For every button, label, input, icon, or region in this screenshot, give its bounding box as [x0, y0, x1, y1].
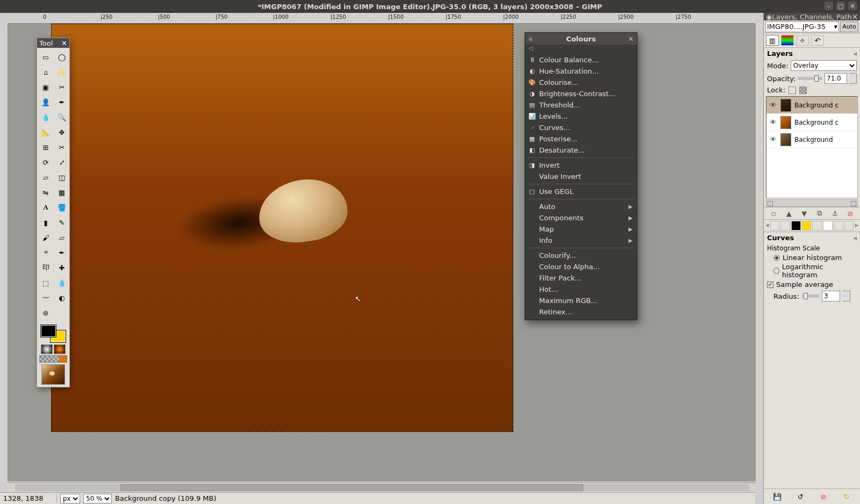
- tool-airbrush[interactable]: ༄: [38, 246, 53, 260]
- lower-layer-icon[interactable]: ▼: [799, 208, 809, 218]
- lock-alpha[interactable]: [799, 87, 807, 94]
- tool-wand[interactable]: ✨: [54, 65, 69, 79]
- menu-filter-pack[interactable]: Filter Pack...: [525, 272, 637, 284]
- tool-foreground-select[interactable]: 👤: [38, 95, 53, 109]
- tool-eraser[interactable]: ▱: [54, 231, 69, 244]
- menu-maximum-rgb[interactable]: Maximum RGB...: [525, 295, 637, 306]
- new-layer-icon[interactable]: ▫: [769, 208, 778, 218]
- tool-smudge[interactable]: 〰: [38, 291, 53, 305]
- pattern-preview[interactable]: [54, 344, 66, 354]
- tab-patterns[interactable]: [834, 221, 843, 231]
- menu-posterise[interactable]: ▦Posterise...: [525, 133, 637, 145]
- layers-menu-icon[interactable]: ◂: [853, 49, 857, 57]
- save-preset-icon[interactable]: 💾: [772, 491, 783, 502]
- menu-brightness-contrast[interactable]: ◑Brightness-Contrast...: [525, 88, 637, 99]
- tool-zoom[interactable]: 🔍: [54, 110, 69, 124]
- zoom-select[interactable]: 50 %: [83, 494, 112, 503]
- restore-preset-icon[interactable]: ↺: [795, 491, 806, 502]
- tab-gradients[interactable]: [844, 221, 854, 231]
- tab-channels[interactable]: [781, 35, 794, 46]
- radius-input[interactable]: [822, 291, 840, 301]
- tool-measure[interactable]: 📐: [38, 125, 53, 139]
- tool-text[interactable]: A: [38, 200, 53, 214]
- colours-menu[interactable]: ◉ Colours ✕ ◁ 🎚Colour Balance...◐Hue-Sat…: [525, 32, 637, 320]
- tool-ink[interactable]: ✒: [54, 246, 69, 260]
- vertical-scrollbar[interactable]: [755, 24, 763, 481]
- tool-move[interactable]: ✥: [54, 125, 69, 139]
- layer-item[interactable]: 👁Background c: [766, 114, 857, 131]
- menu-colour-balance[interactable]: 🎚Colour Balance...: [525, 54, 637, 66]
- layer-name[interactable]: Background c: [794, 119, 838, 126]
- tool-bucket[interactable]: 🪣: [54, 200, 69, 214]
- dock-titlebar[interactable]: ◉ Layers, Channels, Path ✕: [764, 13, 860, 20]
- image-selector[interactable]: IMGP80....JPG-35▾: [765, 21, 839, 32]
- layer-thumbnail[interactable]: [780, 116, 791, 129]
- color-swatches[interactable]: [40, 324, 67, 343]
- radio-linear[interactable]: [773, 255, 780, 261]
- tab-bg[interactable]: [802, 221, 812, 231]
- minimize-button[interactable]: –: [825, 2, 833, 10]
- tool-align[interactable]: ⊞: [38, 140, 53, 154]
- menu-colour-to-alpha[interactable]: Colour to Alpha...: [525, 261, 637, 272]
- menu-threshold[interactable]: ▤Threshold...: [525, 99, 637, 111]
- check-sample-average[interactable]: [767, 282, 773, 288]
- tool-rect-select[interactable]: ▭: [38, 50, 53, 64]
- opacity-slider[interactable]: [798, 77, 822, 80]
- reset-icon[interactable]: ↻: [841, 491, 852, 502]
- active-image-thumb[interactable]: [41, 364, 65, 385]
- mode-select[interactable]: Overlay: [791, 60, 857, 71]
- layer-name[interactable]: Background: [794, 136, 833, 143]
- tool-blur[interactable]: 💧: [54, 276, 69, 290]
- image-canvas[interactable]: [51, 24, 513, 432]
- tool-paths[interactable]: ✒: [54, 95, 69, 109]
- radius-spinner[interactable]: [843, 291, 850, 301]
- menu-back-icon[interactable]: ◁: [525, 45, 637, 54]
- menu-auto[interactable]: Auto▶: [525, 201, 637, 212]
- layer-thumbnail[interactable]: [780, 99, 791, 112]
- layer-thumbnail[interactable]: [780, 133, 791, 146]
- dock-close-icon[interactable]: ✕: [852, 13, 858, 21]
- raise-layer-icon[interactable]: ▲: [784, 208, 794, 218]
- duplicate-layer-icon[interactable]: ⧉: [815, 208, 825, 218]
- menu-desaturate[interactable]: ◧Desaturate...: [525, 145, 637, 156]
- menu-colourify[interactable]: Colourify...: [525, 250, 637, 261]
- tool-perspective-clone[interactable]: ⬚: [38, 276, 53, 290]
- tabs-right-icon[interactable]: ▸: [855, 221, 858, 231]
- opacity-spinner[interactable]: [849, 73, 857, 84]
- close-button[interactable]: ✕: [848, 2, 857, 10]
- radio-log[interactable]: [773, 268, 779, 274]
- menu-levels[interactable]: 📊Levels...: [525, 111, 637, 122]
- tool-color-picker[interactable]: 💧: [38, 110, 53, 124]
- tool-cage[interactable]: ▦: [54, 185, 69, 199]
- radius-slider[interactable]: [802, 294, 819, 298]
- visibility-eye-icon[interactable]: 👁: [769, 135, 777, 143]
- tab-layers[interactable]: ▥: [766, 35, 779, 46]
- layer-item[interactable]: 👁Background c: [766, 97, 857, 114]
- menu-value-invert[interactable]: Value Invert: [525, 171, 637, 182]
- menu-info[interactable]: Info▶: [525, 235, 637, 246]
- tab-brushes[interactable]: [812, 221, 822, 231]
- auto-button[interactable]: Auto: [840, 21, 858, 32]
- layer-list[interactable]: 👁Background c👁Background c👁Background: [766, 96, 858, 198]
- tool-lasso[interactable]: ⩍: [38, 65, 53, 79]
- menu-colourise[interactable]: 🎨Colourise...: [525, 77, 637, 88]
- tool-perspective[interactable]: ◫: [54, 170, 69, 184]
- toolbox-titlebar[interactable]: Tool ✕: [37, 38, 69, 48]
- tab-tooloptions[interactable]: [770, 221, 780, 231]
- tab-paths[interactable]: ✧: [796, 35, 809, 46]
- toolbox-window[interactable]: Tool ✕ ▭◯⩍✨▣✂👤✒💧🔍📐✥⊞✂⟳⤢▱◫⇋▦A🪣▮✎🖌▱༄✒印✚⬚💧〰…: [37, 38, 70, 387]
- menu-retinex[interactable]: Retinex...: [525, 306, 637, 318]
- delete-preset-icon[interactable]: ⊘: [818, 491, 829, 502]
- opacity-input[interactable]: [825, 73, 847, 84]
- brush-preview[interactable]: [41, 344, 53, 354]
- layer-item[interactable]: 👁Background: [766, 131, 857, 148]
- menu-invert[interactable]: ◨Invert: [525, 160, 637, 171]
- unit-select[interactable]: px: [60, 494, 80, 503]
- tool-gegl-op[interactable]: ⊚: [38, 306, 53, 320]
- tool-shear[interactable]: ▱: [38, 170, 53, 184]
- tool-blend[interactable]: ▮: [38, 215, 53, 229]
- curves-menu-icon[interactable]: ◂: [853, 234, 857, 242]
- tool-scissors[interactable]: ✂: [54, 80, 69, 94]
- menu-use-gegl[interactable]: □Use GEGL: [525, 186, 637, 197]
- tool-clone[interactable]: 印: [38, 261, 53, 275]
